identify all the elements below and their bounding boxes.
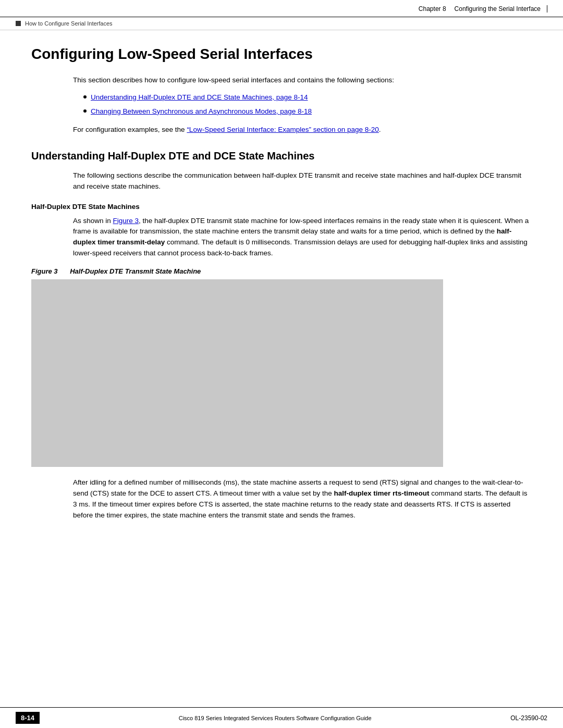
bullet-link-1[interactable]: Understanding Half-Duplex DTE and DCE St… [91,92,308,103]
config-examples-suffix: . [379,126,381,133]
breadcrumb: How to Configure Serial Interfaces [0,17,563,30]
list-item: Understanding Half-Duplex DTE and DCE St… [83,92,532,103]
intro-text: This section describes how to configure … [73,76,394,84]
bullet-link-2[interactable]: Changing Between Synchronous and Asynchr… [91,106,312,117]
subsection-body-prefix: As shown in [73,217,113,225]
figure-caption: Figure 3 Half-Duplex DTE Transmit State … [31,267,532,275]
after-figure-paragraph: After idling for a defined number of mil… [73,477,532,521]
bullet-dot [83,109,87,113]
header-title: Configuring the Serial Interface [455,5,541,13]
footer-page-num: 8-14 [16,712,40,724]
section-heading: Understanding Half-Duplex DTE and DCE St… [31,150,532,162]
content-area: Configuring Low-Speed Serial Interfaces … [0,30,563,548]
after-figure-bold: half-duplex timer rts-timeout [334,489,429,497]
subsection-body-text1: , the half-duplex DTE transmit state mac… [73,217,529,236]
intro-paragraph: This section describes how to configure … [73,75,532,86]
page-footer: 8-14 Cisco 819 Series Integrated Service… [0,707,563,728]
breadcrumb-icon [16,21,21,26]
config-examples-paragraph: For configuration examples, see the “Low… [73,125,532,135]
config-examples-link[interactable]: “Low-Speed Serial Interface: Examples” s… [187,126,378,133]
footer-doc-title: Cisco 819 Series Integrated Services Rou… [40,715,510,721]
bullet-dot [83,95,87,98]
footer-doc-num: OL-23590-02 [510,714,547,722]
section-intro: The following sections describe the comm… [73,170,532,192]
figure-num: Figure 3 [31,267,58,275]
page-title: Configuring Low-Speed Serial Interfaces [31,46,532,63]
subsection-body: As shown in Figure 3, the half-duplex DT… [73,216,532,260]
figure-title: Half-Duplex DTE Transmit State Machine [70,267,201,275]
header-rule [547,5,547,13]
config-examples-prefix: For configuration examples, see the [73,126,187,133]
page-header: Chapter 8 Configuring the Serial Interfa… [0,0,563,17]
header-chapter: Chapter 8 [419,5,446,13]
figure-image [31,279,443,467]
figure-link[interactable]: Figure 3 [113,217,139,225]
breadcrumb-text: How to Configure Serial Interfaces [25,20,113,27]
subsection-heading: Half-Duplex DTE State Machines [31,203,532,211]
list-item: Changing Between Synchronous and Asynchr… [83,106,532,117]
bullet-list: Understanding Half-Duplex DTE and DCE St… [83,92,532,117]
